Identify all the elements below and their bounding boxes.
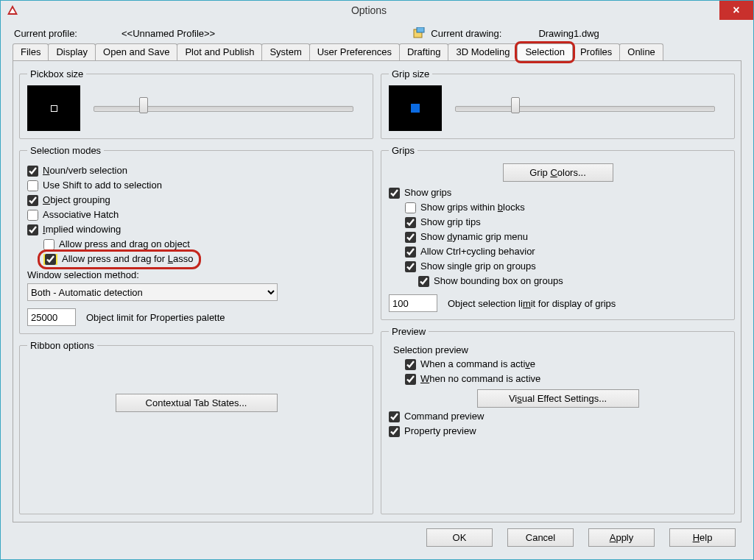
- pickbox-preview: [27, 85, 80, 131]
- ctrl-cycling-checkbox[interactable]: [405, 247, 416, 258]
- current-drawing-value: Drawing1.dwg: [538, 28, 599, 39]
- property-preview-label: Property preview: [404, 426, 476, 437]
- dynamic-grip-menu-label: Show dynamic grip menu: [420, 232, 528, 243]
- visual-effect-settings-button[interactable]: Visual Effect Settings...: [477, 389, 639, 408]
- current-drawing-label: Current drawing:: [431, 28, 501, 39]
- contextual-tab-states-button[interactable]: Contextual Tab States...: [116, 394, 278, 412]
- press-drag-lasso-label: Allow press and drag for Lasso: [62, 254, 194, 265]
- tab-profiles[interactable]: Profiles: [572, 43, 620, 60]
- object-grouping-checkbox[interactable]: [27, 195, 38, 206]
- use-shift-checkbox[interactable]: [27, 180, 38, 191]
- when-active-label: When a command is active: [420, 359, 535, 370]
- associative-hatch-checkbox[interactable]: [27, 210, 38, 221]
- tab-online[interactable]: Online: [619, 43, 663, 60]
- pickbox-size-slider[interactable]: [94, 106, 353, 112]
- ctrl-cycling-label: Allow Ctrl+cycling behavior: [420, 247, 535, 258]
- drawing-icon: [413, 27, 425, 39]
- grip-size-slider[interactable]: [455, 106, 715, 112]
- profile-row: Current profile: <<Unnamed Profile>> Cur…: [1, 20, 753, 43]
- pickbox-legend: Pickbox size: [27, 68, 86, 79]
- press-drag-object-label: Allow press and drag on object: [59, 239, 190, 250]
- press-drag-lasso-checkbox[interactable]: [45, 254, 56, 265]
- lasso-checkbox-highlight: [43, 254, 57, 265]
- titlebar: Options ×: [1, 1, 753, 20]
- grip-square-icon: [411, 104, 420, 113]
- implied-windowing-checkbox[interactable]: [27, 224, 38, 235]
- grip-preview: [389, 85, 442, 131]
- svg-rect-3: [417, 27, 424, 32]
- current-profile-value: <<Unnamed Profile>>: [121, 28, 215, 39]
- selection-modes-legend: Selection modes: [27, 145, 104, 156]
- grip-tips-checkbox[interactable]: [405, 217, 416, 228]
- tab-3d-modeling[interactable]: 3D Modeling: [448, 43, 518, 60]
- when-not-active-label: When no command is active: [420, 374, 540, 385]
- object-limit-input[interactable]: [27, 308, 76, 326]
- bbox-groups-label: Show bounding box on groups: [434, 276, 563, 287]
- object-grouping-label: Object grouping: [43, 195, 110, 206]
- left-column: Pickbox size Selection modes Noun/verb s…: [19, 68, 373, 514]
- tab-plot-publish[interactable]: Plot and Publish: [177, 43, 262, 60]
- noun-verb-label: Noun/verb selection: [43, 166, 127, 177]
- tabstrip: Files Display Open and Save Plot and Pub…: [13, 43, 741, 60]
- grips-legend: Grips: [389, 145, 417, 156]
- grip-size-legend: Grip size: [389, 68, 432, 79]
- pickbox-square-icon: [51, 105, 57, 112]
- selection-modes-group: Selection modes Noun/verb selection Use …: [19, 145, 373, 334]
- apply-button[interactable]: Apply: [588, 528, 655, 547]
- pickbox-size-group: Pickbox size: [19, 68, 373, 139]
- show-grips-label: Show grips: [404, 188, 451, 199]
- tab-panel: Pickbox size Selection modes Noun/verb s…: [13, 60, 741, 522]
- implied-windowing-label: Implied windowing: [43, 224, 121, 235]
- current-profile-label: Current profile:: [14, 28, 77, 39]
- tab-selection[interactable]: Selection: [517, 43, 572, 60]
- command-preview-label: Command preview: [404, 411, 484, 422]
- grip-tips-label: Show grip tips: [420, 217, 481, 228]
- window-selection-method-combo[interactable]: Both - Automatic detection: [27, 283, 278, 301]
- grips-group: Grips Grip Colors... Show grips Show gri…: [381, 145, 735, 320]
- help-button[interactable]: Help: [669, 528, 736, 547]
- cancel-button[interactable]: Cancel: [507, 528, 574, 547]
- object-limit-label: Object limit for Properties palette: [86, 312, 225, 323]
- command-preview-checkbox[interactable]: [389, 411, 400, 422]
- bbox-groups-checkbox[interactable]: [418, 276, 429, 287]
- preview-group: Preview Selection preview When a command…: [381, 326, 735, 514]
- preview-legend: Preview: [389, 326, 429, 337]
- close-button[interactable]: ×: [719, 1, 753, 20]
- grip-display-limit-input[interactable]: [389, 294, 437, 312]
- tab-system[interactable]: System: [261, 43, 309, 60]
- grip-colors-button[interactable]: Grip Colors...: [503, 163, 613, 182]
- property-preview-checkbox[interactable]: [389, 426, 400, 437]
- tab-drafting[interactable]: Drafting: [399, 43, 449, 60]
- grip-display-limit-label: Object selection limit for display of gr…: [448, 298, 616, 309]
- selection-preview-label: Selection preview: [393, 344, 727, 355]
- press-drag-object-checkbox[interactable]: [43, 239, 54, 250]
- right-column: Grip size Grips Grip Colors...: [381, 68, 735, 514]
- tab-user-preferences[interactable]: User Preferences: [309, 43, 400, 60]
- tab-open-save[interactable]: Open and Save: [95, 43, 177, 60]
- grips-within-blocks-label: Show grips within blocks: [420, 202, 525, 213]
- window-selection-method-label: Window selection method:: [27, 269, 365, 280]
- window-title: Options: [18, 4, 719, 16]
- ribbon-options-legend: Ribbon options: [27, 340, 97, 351]
- grips-within-blocks-checkbox[interactable]: [405, 202, 416, 213]
- when-active-checkbox[interactable]: [405, 359, 416, 370]
- ok-button[interactable]: OK: [426, 528, 493, 547]
- associative-hatch-label: Associative Hatch: [43, 210, 119, 221]
- ribbon-options-group: Ribbon options Contextual Tab States...: [19, 340, 373, 514]
- single-grip-groups-checkbox[interactable]: [405, 261, 416, 272]
- autocad-logo-icon: [7, 4, 18, 16]
- grip-size-group: Grip size: [381, 68, 735, 139]
- dynamic-grip-menu-checkbox[interactable]: [405, 232, 416, 243]
- options-dialog: Options × Current profile: <<Unnamed Pro…: [0, 0, 754, 560]
- use-shift-label: Use Shift to add to selection: [43, 180, 162, 191]
- tab-display[interactable]: Display: [48, 43, 96, 60]
- single-grip-groups-label: Show single grip on groups: [420, 261, 536, 272]
- dialog-button-row: OK Cancel Apply Help: [1, 528, 736, 547]
- tab-selection-label: Selection: [525, 46, 564, 57]
- tab-files[interactable]: Files: [13, 43, 49, 60]
- when-not-active-checkbox[interactable]: [405, 374, 416, 385]
- noun-verb-checkbox[interactable]: [27, 166, 38, 177]
- show-grips-checkbox[interactable]: [389, 188, 400, 199]
